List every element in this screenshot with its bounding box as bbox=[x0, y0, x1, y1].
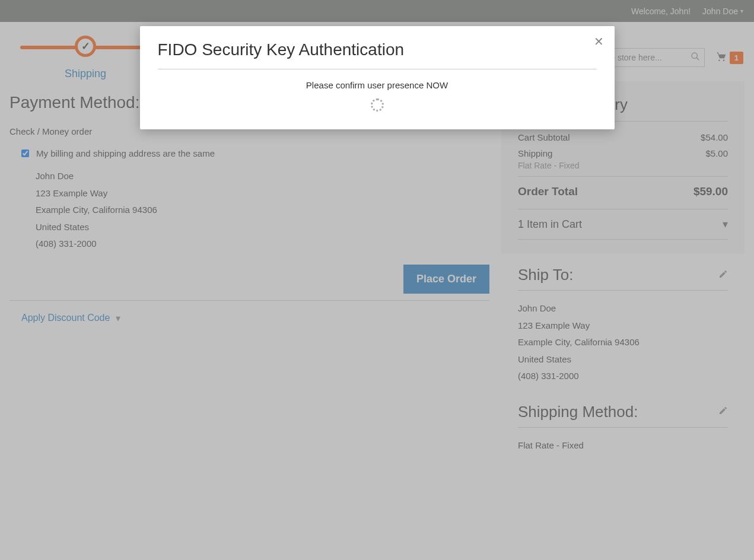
loading-spinner-icon bbox=[371, 98, 384, 112]
modal-close-button[interactable]: ✕ bbox=[594, 34, 604, 49]
modal-message: Please confirm user presence NOW bbox=[158, 80, 597, 90]
modal-title: FIDO Security Key Authentication bbox=[158, 40, 597, 69]
modal-overlay[interactable]: ✕ FIDO Security Key Authentication Pleas… bbox=[0, 0, 754, 560]
fido-auth-modal: ✕ FIDO Security Key Authentication Pleas… bbox=[140, 26, 615, 129]
